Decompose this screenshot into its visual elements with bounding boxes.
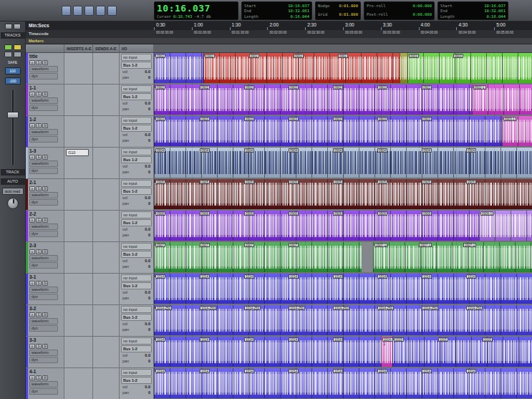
- track-view-selector[interactable]: waveform: [29, 255, 58, 261]
- track-name-cell[interactable]: 4-1oSMwaveformdyn: [26, 368, 64, 399]
- inserts-cell[interactable]: [64, 274, 93, 304]
- input-selector[interactable]: no input: [121, 180, 152, 187]
- strip-button-2[interactable]: [14, 24, 21, 29]
- input-selector[interactable]: no input: [121, 117, 152, 124]
- sends-cell[interactable]: [93, 337, 120, 367]
- track-view-selector[interactable]: waveform: [29, 97, 58, 104]
- solo-button[interactable]: S: [36, 218, 42, 223]
- audio-clip[interactable]: 0907090709070907: [154, 242, 362, 272]
- pan-readout[interactable]: pan0: [121, 327, 152, 332]
- pan-readout[interactable]: pan0: [121, 107, 152, 112]
- track-name-cell[interactable]: titleoSMwaveformdyn: [26, 53, 64, 84]
- pan-readout[interactable]: pan0: [121, 138, 152, 143]
- grabber-tool-icon[interactable]: [84, 6, 94, 16]
- solo-button[interactable]: S: [36, 92, 42, 97]
- mute-button[interactable]: M: [42, 344, 48, 349]
- ruler-name-timecode[interactable]: Timecode: [26, 30, 154, 38]
- record-button[interactable]: o: [29, 249, 35, 254]
- audio-clip[interactable]: 0906-1: [479, 211, 532, 241]
- inserts-cell[interactable]: G10: [64, 148, 93, 178]
- input-selector[interactable]: no input: [121, 243, 152, 250]
- mute-button[interactable]: [14, 44, 21, 50]
- record-button[interactable]: o: [29, 281, 35, 286]
- mute-button[interactable]: M: [42, 60, 48, 65]
- solo-button[interactable]: S: [36, 281, 42, 286]
- inserts-cell[interactable]: [64, 116, 93, 147]
- inserts-cell[interactable]: [64, 242, 93, 273]
- audio-clip[interactable]: 0903-1: [502, 116, 532, 146]
- output-selector[interactable]: Bus 1-2: [121, 251, 152, 258]
- audio-clip[interactable]: 0903090309030903090309030903: [154, 116, 502, 146]
- volume-readout[interactable]: vol0.0: [121, 133, 152, 138]
- minsecs-ruler[interactable]: 0:301:001:302:002:303:003:304:004:305:00: [154, 21, 532, 30]
- output-selector[interactable]: Bus 1-2: [121, 125, 152, 132]
- track-name-cell[interactable]: 2-2oSMwaveformdyn: [26, 211, 64, 241]
- record-button[interactable]: o: [29, 344, 35, 349]
- transport-selection-display[interactable]: Start10:16.037 End10:32.081 Length0:16.0…: [437, 1, 508, 20]
- volume-readout[interactable]: vol0.0: [121, 259, 152, 264]
- automation-mode-selector[interactable]: dyn: [29, 136, 58, 143]
- output-selector[interactable]: Bus 1-2: [121, 219, 152, 226]
- input-selector[interactable]: no input: [121, 369, 152, 376]
- audio-clip[interactable]: 0902: [154, 53, 203, 83]
- volume-readout[interactable]: vol0.0: [121, 164, 152, 169]
- audio-clip[interactable]: 0902090209020902: [203, 53, 400, 83]
- track-name-cell[interactable]: 1-3oSMwaveformdyn: [26, 148, 64, 178]
- mute-button[interactable]: M: [42, 218, 48, 223]
- volume-readout[interactable]: vol0.0: [121, 385, 152, 390]
- automation-mode-selector[interactable]: dyn: [29, 262, 58, 269]
- input-monitor-button[interactable]: [14, 52, 21, 57]
- automation-mode-selector[interactable]: auto read: [2, 188, 24, 195]
- mute-button[interactable]: M: [42, 375, 48, 380]
- input-selector[interactable]: no input: [121, 54, 152, 61]
- output-selector[interactable]: Bus 1-2: [121, 314, 152, 321]
- inserts-cell[interactable]: [64, 211, 93, 241]
- track-view-selector[interactable]: waveform: [29, 381, 58, 388]
- volume-readout[interactable]: vol0.0: [121, 322, 152, 327]
- audio-clip[interactable]: 09040904090409040904090409040904: [154, 148, 532, 178]
- pan-readout[interactable]: pan0: [121, 390, 152, 395]
- track-view-selector[interactable]: waveform: [29, 129, 58, 135]
- pan-readout[interactable]: pan0: [121, 75, 152, 80]
- record-button[interactable]: o: [29, 375, 35, 380]
- automation-mode-selector[interactable]: dyn: [29, 325, 58, 332]
- output-selector[interactable]: Bus 1-2: [121, 62, 152, 69]
- output-selector[interactable]: Bus 1-2: [121, 188, 152, 195]
- solo-button[interactable]: S: [36, 249, 42, 254]
- track-view-selector[interactable]: waveform: [29, 287, 58, 293]
- volume-readout[interactable]: vol0.0: [121, 227, 152, 232]
- track-view-selector[interactable]: waveform: [29, 223, 58, 230]
- inserts-cell[interactable]: [64, 85, 93, 115]
- ruler-name-minsecs[interactable]: Min:Secs: [26, 21, 154, 30]
- automation-mode-selector[interactable]: dyn: [29, 105, 58, 111]
- pencil-tool-icon[interactable]: [107, 6, 117, 16]
- sends-cell[interactable]: [93, 242, 120, 273]
- record-button[interactable]: o: [29, 123, 35, 128]
- solo-button[interactable]: S: [36, 344, 42, 349]
- audio-clip[interactable]: [400, 53, 407, 83]
- solo-button[interactable]: S: [36, 60, 42, 65]
- track-view-selector[interactable]: waveform: [29, 66, 58, 72]
- volume-fader[interactable]: [6, 89, 20, 166]
- automation-mode-selector[interactable]: dyn: [29, 388, 58, 395]
- solo-button[interactable]: S: [36, 186, 42, 191]
- audio-clip[interactable]: 0902090209020902090209020902: [154, 85, 472, 115]
- record-safe-button[interactable]: [4, 52, 12, 57]
- automation-mode-selector[interactable]: dyn: [29, 357, 58, 363]
- record-button[interactable]: o: [29, 60, 35, 65]
- input-selector[interactable]: no input: [121, 148, 152, 155]
- track-name-cell[interactable]: 2-3oSMwaveformdyn: [26, 242, 64, 273]
- pan-right-value[interactable]: -100: [5, 77, 21, 85]
- audio-clip[interactable]: 10141014101410141014101410141014: [154, 274, 532, 304]
- record-button[interactable]: o: [29, 218, 35, 223]
- sends-cell[interactable]: [93, 53, 120, 84]
- input-selector[interactable]: no input: [121, 85, 152, 92]
- track-view-selector[interactable]: waveform: [29, 318, 58, 325]
- sends-cell[interactable]: [93, 368, 120, 399]
- audio-clip[interactable]: 0902-1: [472, 85, 532, 115]
- output-selector[interactable]: Bus 1-2: [121, 377, 152, 384]
- timecode-ruler[interactable]: 00:00:30:0000:01:00:0000:01:30:0000:02:0…: [154, 30, 532, 38]
- solo-button[interactable]: S: [36, 312, 42, 317]
- automation-mode-selector[interactable]: dyn: [29, 199, 58, 206]
- mute-button[interactable]: M: [42, 92, 48, 97]
